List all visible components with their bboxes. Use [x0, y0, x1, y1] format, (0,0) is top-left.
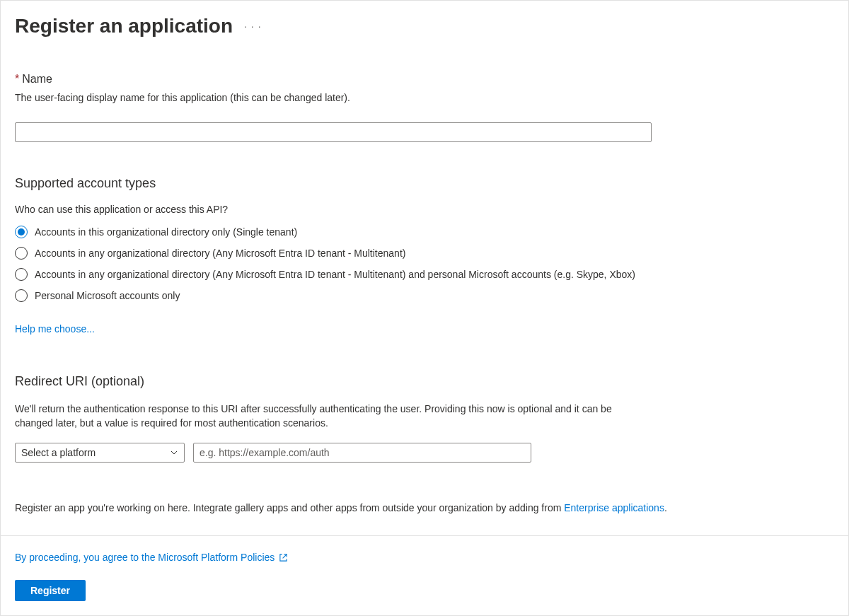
name-label-row: *Name: [15, 73, 834, 86]
account-types-question: Who can use this application or access t…: [15, 204, 834, 215]
radio-label: Accounts in any organizational directory…: [35, 267, 635, 281]
info-text-before: Register an app you're working on here. …: [15, 502, 564, 513]
account-type-option-personal-only[interactable]: Personal Microsoft accounts only: [15, 289, 666, 303]
name-input[interactable]: [15, 122, 652, 142]
footer: By proceeding, you agree to the Microsof…: [1, 535, 848, 615]
chevron-down-icon: [170, 448, 178, 457]
redirect-uri-heading: Redirect URI (optional): [15, 374, 834, 389]
platform-select-value: Select a platform: [21, 447, 96, 458]
policy-link-text: By proceeding, you agree to the Microsof…: [15, 552, 275, 563]
page-header: Register an application · · ·: [15, 15, 834, 37]
name-description: The user-facing display name for this ap…: [15, 91, 834, 105]
platform-policies-link[interactable]: By proceeding, you agree to the Microsof…: [15, 552, 288, 563]
page-title: Register an application: [15, 15, 233, 37]
radio-icon: [15, 268, 28, 281]
redirect-uri-input[interactable]: [193, 443, 531, 463]
register-button[interactable]: Register: [15, 580, 86, 601]
radio-label: Personal Microsoft accounts only: [35, 289, 180, 303]
platform-select[interactable]: Select a platform: [15, 443, 185, 463]
account-type-option-multitenant-personal[interactable]: Accounts in any organizational directory…: [15, 267, 666, 281]
account-types-section: Supported account types Who can use this…: [15, 176, 834, 335]
info-text-after: .: [664, 502, 667, 513]
help-me-choose-link[interactable]: Help me choose...: [15, 323, 95, 335]
radio-icon: [15, 226, 28, 238]
enterprise-applications-link[interactable]: Enterprise applications: [564, 502, 664, 513]
enterprise-apps-info: Register an app you're working on here. …: [15, 502, 834, 513]
required-indicator: *: [15, 73, 19, 85]
radio-label: Accounts in this organizational director…: [35, 225, 297, 239]
external-link-icon: [279, 553, 288, 562]
account-type-option-multitenant[interactable]: Accounts in any organizational directory…: [15, 246, 666, 260]
radio-icon: [15, 289, 28, 302]
radio-label: Accounts in any organizational directory…: [35, 246, 405, 260]
account-type-option-single-tenant[interactable]: Accounts in this organizational director…: [15, 225, 666, 239]
name-field-group: *Name The user-facing display name for t…: [15, 73, 834, 142]
redirect-uri-description: We'll return the authentication response…: [15, 402, 652, 431]
register-application-page: Register an application · · · *Name The …: [0, 0, 849, 616]
radio-icon: [15, 247, 28, 260]
redirect-uri-row: Select a platform: [15, 443, 834, 463]
redirect-uri-section: Redirect URI (optional) We'll return the…: [15, 374, 834, 463]
main-content: Register an application · · · *Name The …: [1, 1, 848, 535]
name-label: Name: [22, 73, 52, 85]
account-types-radio-group: Accounts in this organizational director…: [15, 225, 834, 303]
more-options-icon[interactable]: · · ·: [244, 21, 261, 32]
account-types-heading: Supported account types: [15, 176, 834, 191]
